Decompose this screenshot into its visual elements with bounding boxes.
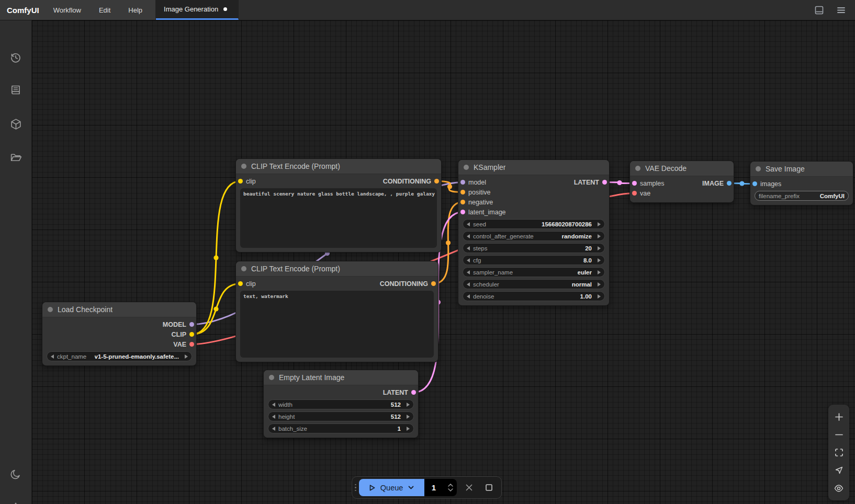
widget-scheduler[interactable]: schedulernormal <box>463 279 605 289</box>
queue-history-icon[interactable] <box>7 49 25 66</box>
input-slot-clip[interactable]: clip <box>238 178 256 185</box>
increment-arrow-icon[interactable] <box>598 282 601 287</box>
widget-height[interactable]: height512 <box>268 411 414 421</box>
input-dot-positive[interactable] <box>460 190 465 194</box>
decrement-arrow-icon[interactable] <box>467 222 470 226</box>
node-ksampler[interactable]: KSamplermodelLATENTpositivenegativelaten… <box>458 159 610 306</box>
settings-icon[interactable] <box>7 499 25 504</box>
toggle-links-icon[interactable] <box>831 481 846 496</box>
input-slot-positive[interactable]: positive <box>460 189 490 196</box>
output-dot-CLIP[interactable] <box>189 332 194 337</box>
output-slot-IMAGE[interactable]: IMAGE <box>702 180 732 187</box>
output-slot-CONDITIONING[interactable]: CONDITIONING <box>380 280 436 288</box>
input-slot-model[interactable]: model <box>460 179 486 186</box>
widget-sampler_name[interactable]: sampler_nameeuler <box>463 267 605 277</box>
node-clip-encode-positive[interactable]: CLIP Text Encode (Prompt)clipCONDITIONIN… <box>235 158 442 253</box>
node-title-bar[interactable]: KSampler <box>458 160 609 175</box>
node-title-bar[interactable]: Empty Latent Image <box>264 370 418 385</box>
increment-arrow-icon[interactable] <box>598 270 601 274</box>
queue-drag-handle-icon[interactable] <box>355 484 356 491</box>
widget-filename_prefix[interactable]: filename_prefixComfyUI <box>755 191 849 201</box>
menu-help[interactable]: Help <box>121 0 149 20</box>
increment-arrow-icon[interactable] <box>407 415 410 419</box>
clear-icon[interactable] <box>461 480 477 496</box>
output-dot-MODEL[interactable] <box>189 322 194 327</box>
menu-workflow[interactable]: Workflow <box>47 0 88 20</box>
widget-seed[interactable]: seed156680208700286 <box>463 219 605 229</box>
output-slot-CLIP[interactable]: CLIP <box>172 331 194 338</box>
node-save-image[interactable]: Save Imageimagesfilename_prefixComfyUI <box>750 161 853 205</box>
input-slot-latent_image[interactable]: latent_image <box>460 209 506 216</box>
decrement-arrow-icon[interactable] <box>51 354 54 359</box>
input-dot-clip[interactable] <box>238 179 243 184</box>
increment-arrow-icon[interactable] <box>598 294 601 299</box>
output-slot-LATENT[interactable]: LATENT <box>383 389 416 396</box>
pan-mode-icon[interactable] <box>831 463 846 478</box>
node-title-bar[interactable]: CLIP Text Encode (Prompt) <box>236 159 441 174</box>
increment-arrow-icon[interactable] <box>598 258 601 262</box>
node-title-bar[interactable]: VAE Decode <box>630 161 734 176</box>
node-graph-canvas[interactable] <box>32 20 855 504</box>
batch-count-input[interactable]: 1 <box>424 479 457 496</box>
node-vae-decode[interactable]: VAE DecodesamplesIMAGEvae <box>629 161 734 203</box>
increment-arrow-icon[interactable] <box>598 222 601 226</box>
decrement-arrow-icon[interactable] <box>467 246 470 250</box>
node-load-checkpoint[interactable]: Load CheckpointMODELCLIPVAEckpt_namev1-5… <box>42 302 197 366</box>
input-slot-vae[interactable]: vae <box>632 190 650 197</box>
output-slot-CONDITIONING[interactable]: CONDITIONING <box>383 178 439 185</box>
queue-button[interactable]: Queue <box>359 479 424 496</box>
workflows-icon[interactable] <box>7 148 25 166</box>
model-library-icon[interactable] <box>7 115 25 133</box>
bottom-panel-icon[interactable] <box>812 3 826 17</box>
node-title-bar[interactable]: Save Image <box>750 162 853 177</box>
decrement-arrow-icon[interactable] <box>272 427 275 431</box>
output-dot-IMAGE[interactable] <box>727 181 732 186</box>
widget-cfg[interactable]: cfg8.0 <box>463 255 605 265</box>
increment-arrow-icon[interactable] <box>407 403 410 407</box>
node-title-bar[interactable]: CLIP Text Encode (Prompt) <box>236 261 438 277</box>
widget-ckpt_name[interactable]: ckpt_namev1-5-pruned-emaonly.safete... <box>47 351 192 361</box>
widget-batch_size[interactable]: batch_size1 <box>268 423 414 433</box>
increment-arrow-icon[interactable] <box>185 354 188 359</box>
decrement-arrow-icon[interactable] <box>467 282 470 287</box>
zoom-out-icon[interactable] <box>831 427 846 442</box>
menu-edit[interactable]: Edit <box>92 0 117 20</box>
output-slot-MODEL[interactable]: MODEL <box>163 321 194 328</box>
input-slot-samples[interactable]: samples <box>632 180 665 187</box>
increment-arrow-icon[interactable] <box>598 246 601 250</box>
output-dot-CONDITIONING[interactable] <box>431 281 436 286</box>
widget-control_after_generate[interactable]: control_after_generaterandomize <box>463 231 605 241</box>
node-clip-encode-negative[interactable]: CLIP Text Encode (Prompt)clipCONDITIONIN… <box>235 261 438 362</box>
spinner-up-icon[interactable] <box>448 484 453 487</box>
increment-arrow-icon[interactable] <box>598 234 601 238</box>
output-slot-LATENT[interactable]: LATENT <box>574 179 607 186</box>
increment-arrow-icon[interactable] <box>407 427 410 431</box>
node-empty-latent-image[interactable]: Empty Latent ImageLATENTwidth512height51… <box>263 370 419 438</box>
hamburger-menu-icon[interactable] <box>834 3 848 17</box>
output-dot-VAE[interactable] <box>189 342 194 347</box>
decrement-arrow-icon[interactable] <box>272 403 275 407</box>
output-slot-VAE[interactable]: VAE <box>173 341 194 348</box>
widget-denoise[interactable]: denoise1.00 <box>463 291 605 301</box>
decrement-arrow-icon[interactable] <box>467 258 470 262</box>
node-library-icon[interactable] <box>7 81 25 99</box>
input-slot-negative[interactable]: negative <box>460 199 493 206</box>
input-slot-images[interactable]: images <box>752 180 781 188</box>
prompt-textarea[interactable]: beautiful scenery nature glass bottle la… <box>240 188 437 248</box>
widget-steps[interactable]: steps20 <box>463 243 605 253</box>
tab-image-generation[interactable]: Image Generation <box>156 0 239 20</box>
decrement-arrow-icon[interactable] <box>467 234 470 238</box>
input-dot-latent_image[interactable] <box>460 210 465 214</box>
stop-icon[interactable] <box>481 480 497 496</box>
output-dot-LATENT[interactable] <box>602 180 607 185</box>
decrement-arrow-icon[interactable] <box>272 415 275 419</box>
zoom-in-icon[interactable] <box>831 409 846 424</box>
node-title-bar[interactable]: Load Checkpoint <box>42 302 196 317</box>
input-dot-clip[interactable] <box>238 281 243 286</box>
theme-toggle-icon[interactable] <box>7 465 25 483</box>
input-dot-vae[interactable] <box>632 191 637 196</box>
input-slot-clip[interactable]: clip <box>238 280 256 288</box>
input-dot-samples[interactable] <box>632 181 637 186</box>
output-dot-LATENT[interactable] <box>411 390 416 395</box>
decrement-arrow-icon[interactable] <box>467 270 470 274</box>
